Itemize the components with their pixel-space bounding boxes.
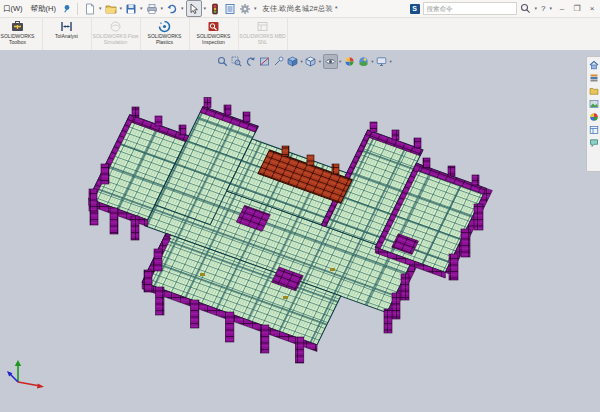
undo-button[interactable] bbox=[165, 1, 179, 16]
search-icon[interactable] bbox=[520, 3, 531, 14]
new-button[interactable] bbox=[83, 1, 97, 16]
dropdown-caret[interactable]: ▾ bbox=[339, 59, 341, 64]
dropdown-caret[interactable]: ▾ bbox=[161, 6, 164, 11]
section-view-button[interactable] bbox=[258, 55, 271, 68]
previous-view-button[interactable] bbox=[244, 55, 257, 68]
addin-label: TolAnalyst bbox=[55, 34, 78, 40]
dropdown-caret[interactable]: ▾ bbox=[319, 59, 321, 64]
menu-bar: 口(W) 帮助(H) bbox=[0, 4, 56, 14]
undo-icon bbox=[166, 3, 178, 15]
file-properties-icon bbox=[224, 3, 236, 15]
dropdown-caret[interactable]: ▾ bbox=[371, 59, 373, 64]
addin-solidworks-toolbox[interactable]: SOLIDWORKS Toolbox bbox=[0, 18, 43, 50]
new-document-icon bbox=[84, 3, 96, 15]
scene-icon bbox=[358, 56, 369, 67]
addin-label: SOLIDWORKS Plastics bbox=[140, 34, 189, 46]
rebuild-button[interactable] bbox=[208, 1, 222, 16]
save-icon bbox=[125, 3, 137, 15]
open-button[interactable] bbox=[104, 1, 118, 16]
help-dropdown-caret[interactable]: ▾ bbox=[549, 6, 552, 11]
heads-up-toolbar: ▾ ▾ ▾ ▾ ▾ bbox=[214, 53, 394, 70]
graphics-viewport[interactable]: ▾ ▾ ▾ ▾ ▾ bbox=[0, 50, 600, 412]
monitor-icon bbox=[376, 56, 387, 67]
file-explorer-folder-icon[interactable] bbox=[589, 86, 599, 96]
options-button[interactable] bbox=[238, 1, 252, 16]
select-button[interactable] bbox=[186, 0, 202, 17]
annotation-views-icon bbox=[273, 56, 284, 67]
restore-button[interactable]: ❐ bbox=[571, 4, 583, 13]
dropdown-caret[interactable]: ▾ bbox=[140, 6, 143, 11]
open-folder-icon bbox=[105, 3, 117, 15]
edit-appearance-button[interactable] bbox=[343, 55, 356, 68]
print-icon bbox=[146, 3, 158, 15]
save-button[interactable] bbox=[124, 1, 138, 16]
minimize-button[interactable]: – bbox=[556, 4, 568, 13]
tolanalyst-icon bbox=[60, 20, 73, 33]
hide-show-items-button[interactable] bbox=[323, 54, 338, 69]
select-cursor-icon bbox=[188, 3, 200, 15]
task-pane-tabs bbox=[586, 56, 600, 172]
addin-label: SOLIDWORKS Toolbox bbox=[0, 34, 42, 46]
solidworks-resources-home-icon[interactable] bbox=[589, 60, 599, 70]
dropdown-caret[interactable]: ▾ bbox=[390, 59, 392, 64]
quick-access-toolbar: ▾ ▾ ▾ ▾ ▾ ▾ ▾ bbox=[83, 0, 258, 17]
file-properties-button[interactable] bbox=[223, 1, 237, 16]
mbd-icon bbox=[256, 20, 269, 33]
search-dropdown-caret[interactable]: ▾ bbox=[535, 6, 538, 11]
solidworks-window: 口(W) 帮助(H) ▾ ▾ ▾ ▾ ▾ ▾ ▾ 友佳.欧尚名城2#总装 * S bbox=[0, 0, 600, 412]
menu-window[interactable]: 口(W) bbox=[3, 4, 23, 14]
inspection-icon bbox=[207, 20, 220, 33]
help-button[interactable]: ? bbox=[541, 4, 545, 13]
view-orientation-button[interactable] bbox=[286, 55, 299, 68]
menu-help[interactable]: 帮助(H) bbox=[31, 4, 56, 14]
addin-flow-simulation[interactable]: SOLIDWORKS Flow Simulation bbox=[91, 18, 141, 50]
toolbar-separator bbox=[77, 3, 78, 15]
pin-icon[interactable] bbox=[62, 4, 72, 14]
zoom-to-area-button[interactable] bbox=[230, 55, 243, 68]
addins-ribbon: SOLIDWORKS Toolbox TolAnalyst SOLIDWORKS… bbox=[0, 18, 600, 51]
dropdown-caret[interactable]: ▾ bbox=[301, 59, 303, 64]
toolbox-icon bbox=[11, 20, 24, 33]
addin-label: SOLIDWORKS Inspection bbox=[189, 34, 238, 46]
model-canvas[interactable] bbox=[0, 50, 600, 412]
dropdown-caret[interactable]: ▾ bbox=[120, 6, 123, 11]
addin-mbd-snl[interactable]: SOLIDWORKS MBD SNL bbox=[238, 18, 288, 50]
custom-properties-icon[interactable] bbox=[589, 125, 599, 135]
display-style-icon bbox=[305, 56, 316, 67]
traffic-light-icon bbox=[209, 3, 221, 15]
addin-inspection[interactable]: SOLIDWORKS Inspection bbox=[189, 18, 239, 50]
apply-scene-button[interactable] bbox=[357, 55, 370, 68]
plastics-icon bbox=[158, 20, 171, 33]
addin-label: SOLIDWORKS MBD SNL bbox=[238, 34, 287, 46]
section-view-icon bbox=[259, 56, 270, 67]
close-button[interactable]: × bbox=[586, 4, 598, 13]
dropdown-caret[interactable]: ▾ bbox=[204, 6, 207, 11]
command-search-input[interactable] bbox=[423, 2, 517, 15]
zoom-to-fit-icon bbox=[217, 56, 228, 67]
titlebar-right: S ▾ ? ▾ – ❐ × bbox=[410, 2, 600, 15]
title-bar: 口(W) 帮助(H) ▾ ▾ ▾ ▾ ▾ ▾ ▾ 友佳.欧尚名城2#总装 * S bbox=[0, 0, 600, 18]
dropdown-caret[interactable]: ▾ bbox=[254, 6, 257, 11]
view-palette-icon[interactable] bbox=[589, 99, 599, 109]
addin-plastics[interactable]: SOLIDWORKS Plastics bbox=[140, 18, 190, 50]
dropdown-caret[interactable]: ▾ bbox=[99, 6, 102, 11]
dropdown-caret[interactable]: ▾ bbox=[181, 6, 184, 11]
zoom-to-fit-button[interactable] bbox=[216, 55, 229, 68]
addin-tolanalyst[interactable]: TolAnalyst bbox=[42, 18, 92, 50]
appearances-scenes-icon[interactable] bbox=[589, 112, 599, 122]
annotation-views-button[interactable] bbox=[272, 55, 285, 68]
eye-icon bbox=[325, 56, 336, 67]
view-cube-icon bbox=[287, 56, 298, 67]
design-library-icon[interactable] bbox=[589, 73, 599, 83]
gear-icon bbox=[239, 3, 251, 15]
zoom-to-area-icon bbox=[231, 56, 242, 67]
coordinate-triad bbox=[4, 354, 48, 394]
addin-label: SOLIDWORKS Flow Simulation bbox=[91, 34, 140, 46]
solidworks-logo-icon: S bbox=[410, 4, 420, 14]
view-settings-button[interactable] bbox=[375, 55, 388, 68]
display-style-button[interactable] bbox=[304, 55, 317, 68]
flow-simulation-icon bbox=[109, 20, 122, 33]
print-button[interactable] bbox=[145, 1, 159, 16]
appearance-ball-icon bbox=[344, 56, 355, 67]
solidworks-forum-icon[interactable] bbox=[589, 138, 599, 148]
